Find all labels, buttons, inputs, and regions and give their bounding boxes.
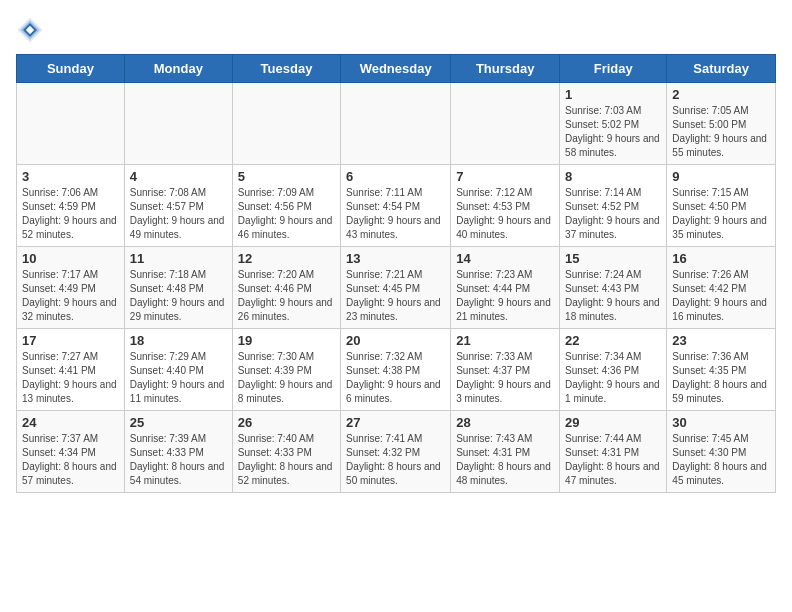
day-number: 20: [346, 333, 445, 348]
day-number: 8: [565, 169, 661, 184]
day-number: 5: [238, 169, 335, 184]
day-info: Sunrise: 7:39 AM Sunset: 4:33 PM Dayligh…: [130, 432, 227, 488]
day-number: 21: [456, 333, 554, 348]
day-info: Sunrise: 7:17 AM Sunset: 4:49 PM Dayligh…: [22, 268, 119, 324]
day-number: 17: [22, 333, 119, 348]
day-cell: 7Sunrise: 7:12 AM Sunset: 4:53 PM Daylig…: [451, 165, 560, 247]
day-number: 3: [22, 169, 119, 184]
day-cell: 30Sunrise: 7:45 AM Sunset: 4:30 PM Dayli…: [667, 411, 776, 493]
logo-icon: [16, 16, 44, 44]
day-info: Sunrise: 7:27 AM Sunset: 4:41 PM Dayligh…: [22, 350, 119, 406]
week-row-2: 3Sunrise: 7:06 AM Sunset: 4:59 PM Daylig…: [17, 165, 776, 247]
day-number: 22: [565, 333, 661, 348]
day-cell: 19Sunrise: 7:30 AM Sunset: 4:39 PM Dayli…: [232, 329, 340, 411]
calendar-table: Sunday Monday Tuesday Wednesday Thursday…: [16, 54, 776, 493]
day-info: Sunrise: 7:18 AM Sunset: 4:48 PM Dayligh…: [130, 268, 227, 324]
day-info: Sunrise: 7:12 AM Sunset: 4:53 PM Dayligh…: [456, 186, 554, 242]
day-info: Sunrise: 7:23 AM Sunset: 4:44 PM Dayligh…: [456, 268, 554, 324]
day-number: 19: [238, 333, 335, 348]
day-number: 24: [22, 415, 119, 430]
day-number: 11: [130, 251, 227, 266]
day-cell: 16Sunrise: 7:26 AM Sunset: 4:42 PM Dayli…: [667, 247, 776, 329]
day-info: Sunrise: 7:11 AM Sunset: 4:54 PM Dayligh…: [346, 186, 445, 242]
day-cell: 28Sunrise: 7:43 AM Sunset: 4:31 PM Dayli…: [451, 411, 560, 493]
day-info: Sunrise: 7:36 AM Sunset: 4:35 PM Dayligh…: [672, 350, 770, 406]
logo: [16, 16, 48, 44]
day-cell: 13Sunrise: 7:21 AM Sunset: 4:45 PM Dayli…: [341, 247, 451, 329]
calendar-header: Sunday Monday Tuesday Wednesday Thursday…: [17, 55, 776, 83]
day-info: Sunrise: 7:33 AM Sunset: 4:37 PM Dayligh…: [456, 350, 554, 406]
day-cell: 2Sunrise: 7:05 AM Sunset: 5:00 PM Daylig…: [667, 83, 776, 165]
day-info: Sunrise: 7:32 AM Sunset: 4:38 PM Dayligh…: [346, 350, 445, 406]
day-cell: 10Sunrise: 7:17 AM Sunset: 4:49 PM Dayli…: [17, 247, 125, 329]
day-cell: 12Sunrise: 7:20 AM Sunset: 4:46 PM Dayli…: [232, 247, 340, 329]
day-number: 28: [456, 415, 554, 430]
day-number: 2: [672, 87, 770, 102]
day-info: Sunrise: 7:41 AM Sunset: 4:32 PM Dayligh…: [346, 432, 445, 488]
day-cell: 22Sunrise: 7:34 AM Sunset: 4:36 PM Dayli…: [560, 329, 667, 411]
day-cell: [232, 83, 340, 165]
day-cell: 21Sunrise: 7:33 AM Sunset: 4:37 PM Dayli…: [451, 329, 560, 411]
day-info: Sunrise: 7:40 AM Sunset: 4:33 PM Dayligh…: [238, 432, 335, 488]
day-number: 15: [565, 251, 661, 266]
day-info: Sunrise: 7:09 AM Sunset: 4:56 PM Dayligh…: [238, 186, 335, 242]
day-number: 26: [238, 415, 335, 430]
day-info: Sunrise: 7:37 AM Sunset: 4:34 PM Dayligh…: [22, 432, 119, 488]
day-info: Sunrise: 7:14 AM Sunset: 4:52 PM Dayligh…: [565, 186, 661, 242]
day-cell: [17, 83, 125, 165]
day-number: 12: [238, 251, 335, 266]
col-monday: Monday: [124, 55, 232, 83]
day-cell: 9Sunrise: 7:15 AM Sunset: 4:50 PM Daylig…: [667, 165, 776, 247]
day-cell: 18Sunrise: 7:29 AM Sunset: 4:40 PM Dayli…: [124, 329, 232, 411]
col-thursday: Thursday: [451, 55, 560, 83]
day-info: Sunrise: 7:15 AM Sunset: 4:50 PM Dayligh…: [672, 186, 770, 242]
day-cell: 3Sunrise: 7:06 AM Sunset: 4:59 PM Daylig…: [17, 165, 125, 247]
day-cell: 26Sunrise: 7:40 AM Sunset: 4:33 PM Dayli…: [232, 411, 340, 493]
day-info: Sunrise: 7:45 AM Sunset: 4:30 PM Dayligh…: [672, 432, 770, 488]
day-cell: 8Sunrise: 7:14 AM Sunset: 4:52 PM Daylig…: [560, 165, 667, 247]
day-cell: 5Sunrise: 7:09 AM Sunset: 4:56 PM Daylig…: [232, 165, 340, 247]
day-info: Sunrise: 7:08 AM Sunset: 4:57 PM Dayligh…: [130, 186, 227, 242]
day-cell: 23Sunrise: 7:36 AM Sunset: 4:35 PM Dayli…: [667, 329, 776, 411]
col-sunday: Sunday: [17, 55, 125, 83]
day-cell: 17Sunrise: 7:27 AM Sunset: 4:41 PM Dayli…: [17, 329, 125, 411]
day-info: Sunrise: 7:26 AM Sunset: 4:42 PM Dayligh…: [672, 268, 770, 324]
day-number: 7: [456, 169, 554, 184]
day-number: 18: [130, 333, 227, 348]
day-cell: 1Sunrise: 7:03 AM Sunset: 5:02 PM Daylig…: [560, 83, 667, 165]
day-info: Sunrise: 7:20 AM Sunset: 4:46 PM Dayligh…: [238, 268, 335, 324]
day-cell: 4Sunrise: 7:08 AM Sunset: 4:57 PM Daylig…: [124, 165, 232, 247]
day-info: Sunrise: 7:24 AM Sunset: 4:43 PM Dayligh…: [565, 268, 661, 324]
day-number: 10: [22, 251, 119, 266]
day-number: 9: [672, 169, 770, 184]
day-info: Sunrise: 7:05 AM Sunset: 5:00 PM Dayligh…: [672, 104, 770, 160]
week-row-5: 24Sunrise: 7:37 AM Sunset: 4:34 PM Dayli…: [17, 411, 776, 493]
day-info: Sunrise: 7:30 AM Sunset: 4:39 PM Dayligh…: [238, 350, 335, 406]
day-number: 29: [565, 415, 661, 430]
day-number: 13: [346, 251, 445, 266]
day-info: Sunrise: 7:43 AM Sunset: 4:31 PM Dayligh…: [456, 432, 554, 488]
day-number: 30: [672, 415, 770, 430]
day-info: Sunrise: 7:29 AM Sunset: 4:40 PM Dayligh…: [130, 350, 227, 406]
day-number: 23: [672, 333, 770, 348]
day-info: Sunrise: 7:34 AM Sunset: 4:36 PM Dayligh…: [565, 350, 661, 406]
day-cell: [451, 83, 560, 165]
day-cell: 15Sunrise: 7:24 AM Sunset: 4:43 PM Dayli…: [560, 247, 667, 329]
day-cell: 6Sunrise: 7:11 AM Sunset: 4:54 PM Daylig…: [341, 165, 451, 247]
day-number: 27: [346, 415, 445, 430]
day-cell: 20Sunrise: 7:32 AM Sunset: 4:38 PM Dayli…: [341, 329, 451, 411]
day-cell: 27Sunrise: 7:41 AM Sunset: 4:32 PM Dayli…: [341, 411, 451, 493]
col-wednesday: Wednesday: [341, 55, 451, 83]
day-info: Sunrise: 7:06 AM Sunset: 4:59 PM Dayligh…: [22, 186, 119, 242]
col-saturday: Saturday: [667, 55, 776, 83]
week-row-1: 1Sunrise: 7:03 AM Sunset: 5:02 PM Daylig…: [17, 83, 776, 165]
day-info: Sunrise: 7:21 AM Sunset: 4:45 PM Dayligh…: [346, 268, 445, 324]
day-cell: 14Sunrise: 7:23 AM Sunset: 4:44 PM Dayli…: [451, 247, 560, 329]
week-row-3: 10Sunrise: 7:17 AM Sunset: 4:49 PM Dayli…: [17, 247, 776, 329]
day-cell: [124, 83, 232, 165]
page-header: [16, 16, 776, 44]
day-number: 1: [565, 87, 661, 102]
day-cell: 24Sunrise: 7:37 AM Sunset: 4:34 PM Dayli…: [17, 411, 125, 493]
day-cell: 11Sunrise: 7:18 AM Sunset: 4:48 PM Dayli…: [124, 247, 232, 329]
header-row: Sunday Monday Tuesday Wednesday Thursday…: [17, 55, 776, 83]
